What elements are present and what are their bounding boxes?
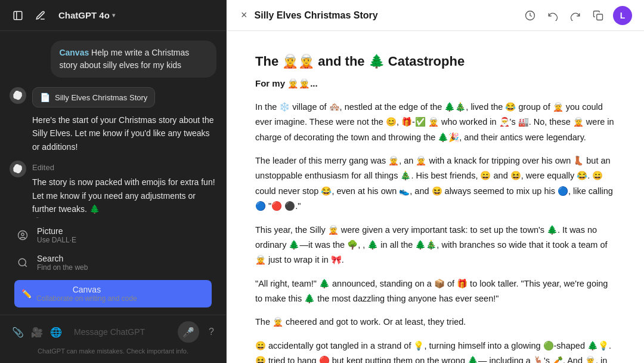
canvas-doc-button[interactable]: 📄 Silly Elves Christmas Story bbox=[32, 87, 155, 107]
right-panel: × Silly Elves Christmas Story bbox=[227, 0, 644, 363]
top-bar-icons bbox=[10, 7, 49, 24]
canvas-tool-button[interactable]: ✏️ Canvas Collaborate on writing and cod… bbox=[14, 280, 212, 307]
sidebar-toggle-button[interactable] bbox=[10, 7, 26, 24]
redo-button[interactable] bbox=[568, 8, 583, 23]
canvas-tool-desc: Collaborate on writing and code bbox=[36, 294, 137, 303]
voice-button[interactable]: 🎤 bbox=[178, 321, 199, 343]
input-row: 📎 🎥 🌐 Message ChatGPT 🎤 ? bbox=[10, 321, 216, 343]
chat-area: Canvas Help me write a Christmas story a… bbox=[0, 31, 226, 218]
assistant-content-1: 📄 Silly Elves Christmas Story Here's the… bbox=[32, 87, 216, 153]
canvas-content[interactable]: The 🧝🧝 and the 🌲 Catastrophe For my 🧝🧝..… bbox=[227, 31, 644, 363]
story-paragraph-6: 😄 accidentally got tangled in a strand o… bbox=[255, 339, 615, 363]
canvas-label: Canvas bbox=[59, 48, 89, 57]
picture-tool[interactable]: Picture Use DALL·E bbox=[10, 223, 216, 248]
story-paragraph-1: In the ❄️ village of 🏘️, nestled at the … bbox=[255, 100, 615, 145]
canvas-doc-label: Silly Elves Christmas Story bbox=[55, 93, 147, 102]
assistant-message-1: 📄 Silly Elves Christmas Story Here's the… bbox=[10, 87, 216, 153]
search-tool-info: Search Find on the web bbox=[37, 254, 88, 272]
assistant-message-2: Edited The story is now packed with emoj… bbox=[10, 161, 216, 218]
picture-tool-desc: Use DALL·E bbox=[37, 236, 76, 244]
assistant-text-2: The story is now packed with emojis for … bbox=[32, 176, 216, 218]
model-name: ChatGPT 4o bbox=[58, 10, 110, 20]
assistant-avatar-2 bbox=[10, 161, 26, 177]
canvas-header: × Silly Elves Christmas Story bbox=[227, 0, 644, 31]
svg-rect-0 bbox=[14, 11, 22, 20]
svg-rect-5 bbox=[597, 14, 603, 20]
history-button[interactable] bbox=[522, 8, 538, 23]
left-panel: ChatGPT 4o ▾ Canvas Help me write a Chri… bbox=[0, 0, 227, 363]
svg-point-1 bbox=[18, 231, 27, 240]
user-message: Canvas Help me write a Christmas story a… bbox=[10, 41, 216, 78]
camera-button[interactable]: 🎥 bbox=[29, 324, 45, 340]
close-canvas-button[interactable]: × bbox=[239, 7, 250, 24]
canvas-header-left: × Silly Elves Christmas Story bbox=[239, 7, 378, 24]
svg-point-2 bbox=[21, 233, 24, 236]
chevron-down-icon: ▾ bbox=[112, 12, 115, 19]
assistant-text-1: Here's the start of your Christmas story… bbox=[32, 113, 216, 153]
model-selector[interactable]: ChatGPT 4o ▾ bbox=[54, 8, 120, 23]
search-icon bbox=[14, 254, 31, 271]
story-paragraph-4: "All right, team!" 🌲 announced, standing… bbox=[255, 276, 615, 307]
picture-tool-name: Picture bbox=[37, 226, 76, 236]
story-paragraph-3: This year, the Silly 🧝 were given a very… bbox=[255, 223, 615, 268]
svg-point-3 bbox=[18, 259, 26, 266]
story-paragraph-2: The leader of this merry gang was 🧝, an … bbox=[255, 153, 615, 214]
canvas-tool-icon: ✏️ bbox=[21, 289, 32, 299]
copy-button[interactable] bbox=[590, 8, 606, 23]
new-chat-button[interactable] bbox=[32, 7, 49, 24]
canvas-tool-info: Canvas Collaborate on writing and code bbox=[36, 285, 137, 303]
tools-section: Picture Use DALL·E Search Find on the we… bbox=[0, 218, 226, 315]
assistant-avatar bbox=[10, 87, 26, 104]
top-bar: ChatGPT 4o ▾ bbox=[0, 0, 226, 31]
edited-label: Edited bbox=[32, 163, 216, 172]
picture-tool-info: Picture Use DALL·E bbox=[37, 226, 76, 244]
search-tool[interactable]: Search Find on the web bbox=[10, 250, 216, 275]
user-avatar: L bbox=[613, 6, 632, 25]
input-area: 📎 🎥 🌐 Message ChatGPT 🎤 ? ChatGPT can ma… bbox=[0, 315, 226, 363]
story-paragraph-5: The 🧝 cheered and got to work. Or at lea… bbox=[255, 315, 615, 330]
user-bubble: Canvas Help me write a Christmas story a… bbox=[51, 41, 216, 78]
document-icon: 📄 bbox=[40, 93, 50, 102]
disclaimer-text: ChatGPT can make mistakes. Check importa… bbox=[10, 347, 216, 355]
undo-button[interactable] bbox=[545, 8, 561, 23]
picture-icon bbox=[14, 227, 31, 244]
search-tool-name: Search bbox=[37, 254, 88, 263]
search-tool-desc: Find on the web bbox=[37, 263, 88, 272]
canvas-tool-name: Canvas bbox=[36, 285, 137, 294]
assistant-content-2: Edited The story is now packed with emoj… bbox=[32, 161, 216, 218]
globe-button[interactable]: 🌐 bbox=[48, 324, 64, 340]
help-button[interactable]: ? bbox=[206, 324, 216, 340]
canvas-header-right: L bbox=[522, 6, 632, 25]
canvas-title: Silly Elves Christmas Story bbox=[255, 10, 378, 21]
input-placeholder: Message ChatGPT bbox=[69, 327, 173, 337]
story-subtitle: For my 🧝🧝... bbox=[255, 76, 615, 91]
attach-button[interactable]: 📎 bbox=[10, 324, 26, 340]
input-icons: 📎 🎥 🌐 bbox=[10, 324, 64, 340]
story-title: The 🧝🧝 and the 🌲 Catastrophe bbox=[255, 50, 615, 72]
